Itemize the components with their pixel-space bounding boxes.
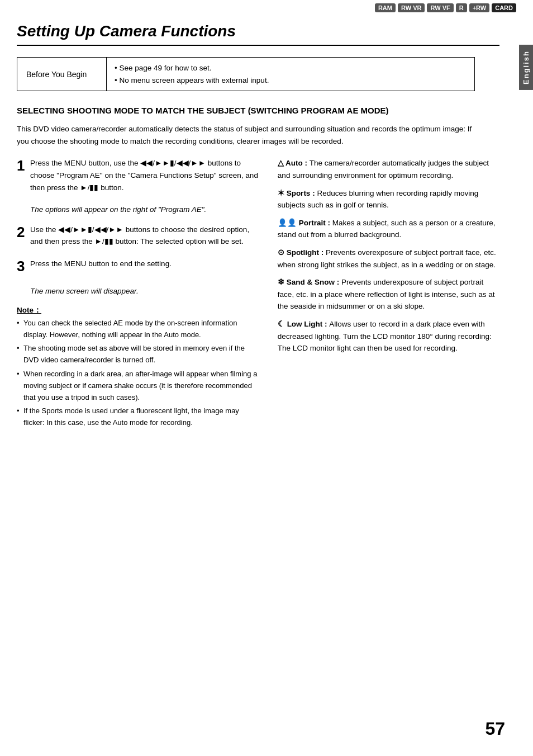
step-3: 3 Press the MENU button to end the setti…	[17, 258, 261, 275]
step-2: 2 Use the ◀◀/►►▮/◀◀/►► buttons to choose…	[17, 224, 261, 248]
sand-snow-name: Sand & Snow :	[287, 278, 341, 286]
step-2-text: Use the ◀◀/►►▮/◀◀/►► buttons to choose t…	[30, 224, 261, 248]
spotlight-icon: ⊙	[278, 248, 287, 257]
before-begin-item-1: See page 49 for how to set.	[115, 62, 269, 74]
step-3-number: 3	[17, 258, 28, 275]
step-1: 1 Press the MENU button, use the ◀◀/►►▮/…	[17, 157, 261, 193]
disc-ram: RAM	[375, 3, 396, 12]
two-column-layout: 1 Press the MENU button, use the ◀◀/►►▮/…	[17, 157, 499, 431]
mode-sports: ✶ Sports : Reduces blurring when recordi…	[278, 187, 499, 211]
step-3-sub: The menu screen will disappear.	[30, 285, 261, 297]
low-light-name: Low Light :	[287, 320, 330, 328]
language-tab: English	[519, 45, 533, 90]
sports-name: Sports :	[287, 189, 317, 197]
disc-plusrw: +RW	[469, 3, 490, 12]
section-heading: SELECTING SHOOTING MODE TO MATCH THE SUB…	[17, 105, 499, 116]
note-item-4: If the Sports mode is used under a fluor…	[17, 405, 261, 429]
spotlight-name: Spotlight :	[287, 248, 326, 257]
page-title: Setting Up Camera Functions	[17, 22, 499, 46]
mode-portrait: 👤👤 Portrait : Makes a subject, such as a…	[278, 217, 499, 241]
auto-desc: The camera/recorder automatically judges…	[278, 159, 489, 179]
before-you-begin-label: Before You Begin	[17, 58, 107, 91]
mode-auto: △ Auto : The camera/recorder automatical…	[278, 157, 499, 181]
disc-rwvr: RW VR	[398, 3, 425, 12]
note-section: Note： You can check the selected AE mode…	[17, 305, 261, 429]
right-column: △ Auto : The camera/recorder automatical…	[278, 157, 499, 431]
portrait-name: Portrait :	[299, 219, 332, 227]
note-label: Note：	[17, 305, 261, 315]
before-you-begin-box: Before You Begin See page 49 for how to …	[17, 57, 475, 91]
portrait-icon: 👤👤	[278, 219, 299, 227]
main-content: Setting Up Camera Functions Before You B…	[0, 0, 516, 453]
step-2-number: 2	[17, 224, 28, 241]
auto-name: Auto :	[285, 159, 310, 167]
disc-card: CARD	[492, 3, 516, 12]
note-item-2: The shooting mode set as above will be s…	[17, 343, 261, 366]
mode-low-light: ☾ Low Light : Allows user to record in a…	[278, 318, 499, 355]
page-number: 57	[485, 719, 505, 739]
disc-rwvf: RW VF	[427, 3, 453, 12]
disc-bar: RAM RW VR RW VF R +RW CARD	[375, 0, 516, 16]
body-paragraph: This DVD video camera/recorder automatic…	[17, 123, 475, 147]
note-item-3: When recording in a dark area, an after-…	[17, 368, 261, 403]
mode-spotlight: ⊙ Spotlight : Prevents overexposure of s…	[278, 247, 499, 271]
mode-sand-snow: ❄ Sand & Snow : Prevents underexposure o…	[278, 276, 499, 313]
before-begin-item-2: No menu screen appears with external inp…	[115, 74, 269, 87]
auto-icon: △	[278, 159, 285, 167]
step-1-text: Press the MENU button, use the ◀◀/►►▮/◀◀…	[30, 157, 261, 193]
note-list: You can check the selected AE mode by th…	[17, 318, 261, 429]
disc-r: R	[456, 3, 467, 12]
step-3-text: Press the MENU button to end the setting…	[30, 258, 172, 270]
sports-icon: ✶	[278, 189, 287, 197]
before-you-begin-content: See page 49 for how to set. No menu scre…	[107, 58, 277, 91]
left-column: 1 Press the MENU button, use the ◀◀/►►▮/…	[17, 157, 261, 431]
note-item-1: You can check the selected AE mode by th…	[17, 318, 261, 341]
step-1-sub: The options will appear on the right of …	[30, 204, 261, 216]
before-begin-list: See page 49 for how to set. No menu scre…	[115, 62, 269, 86]
low-light-icon: ☾	[278, 320, 287, 328]
sand-snow-icon: ❄	[278, 278, 287, 286]
step-1-number: 1	[17, 157, 28, 174]
